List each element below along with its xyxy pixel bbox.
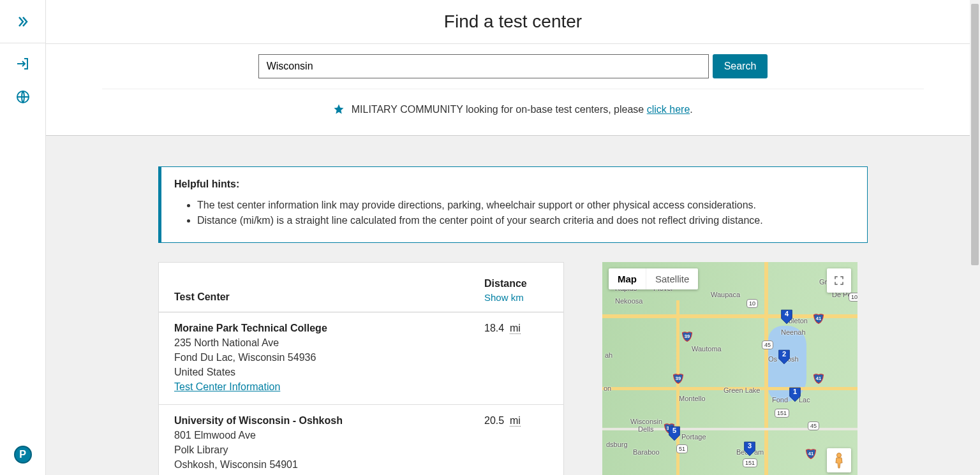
svg-text:41: 41 xyxy=(816,316,821,321)
map-place-label: Fond xyxy=(772,396,788,404)
map-place-label: ah xyxy=(605,351,612,359)
map-place-label: Waupaca xyxy=(711,291,740,298)
column-header-distance: Distance xyxy=(484,278,527,289)
page-title: Find a test center xyxy=(444,11,582,32)
result-distance: 20.5 mi xyxy=(484,415,548,472)
result-address-line: 801 Elmwood Ave xyxy=(174,428,484,442)
map-pin[interactable]: 1 xyxy=(789,386,801,403)
svg-text:39: 39 xyxy=(685,333,690,339)
interstate-shield: 41 xyxy=(805,448,817,460)
result-name: Moraine Park Technical College xyxy=(174,323,484,334)
map-pin[interactable]: 5 xyxy=(668,425,681,442)
svg-text:41: 41 xyxy=(816,376,821,381)
hint-item: The test center information link may pro… xyxy=(197,198,854,213)
result-name: University of Wisconsin - Oshkosh xyxy=(174,415,484,427)
expand-sidebar-icon[interactable] xyxy=(15,14,31,29)
route-shield: 151 xyxy=(743,458,757,467)
map-place-label: Neenah xyxy=(781,328,806,336)
route-shield: 151 xyxy=(775,409,789,418)
military-click-here-link[interactable]: click here xyxy=(647,104,690,115)
map-place-label: on xyxy=(604,384,611,392)
military-text-suffix: . xyxy=(690,104,692,115)
route-shield: 45 xyxy=(762,340,773,349)
result-address-line: Oshkosh, Wisconsin 54901 xyxy=(174,457,484,472)
svg-point-7 xyxy=(837,453,842,458)
results-list-panel: Test Center Distance Show km Moraine Par… xyxy=(158,262,564,475)
map-place-label: Os xyxy=(768,355,777,363)
interstate-shield: 41 xyxy=(813,313,824,325)
map-place-label: Nekoosa xyxy=(615,297,642,305)
show-km-toggle[interactable]: Show km xyxy=(484,292,548,303)
result-country: United States xyxy=(174,365,484,379)
map-road xyxy=(764,262,768,475)
hint-item: Distance (mi/km) is a straight line calc… xyxy=(197,213,854,228)
hints-title: Helpful hints: xyxy=(174,179,854,190)
result-row[interactable]: Moraine Park Technical College 235 North… xyxy=(159,312,563,405)
military-text: MILITARY COMMUNITY looking for on-base t… xyxy=(352,104,647,115)
test-center-info-link[interactable]: Test Center Information xyxy=(174,381,280,393)
route-shield: 51 xyxy=(676,444,688,453)
route-shield: 45 xyxy=(808,421,819,430)
map-pin[interactable]: 2 xyxy=(778,349,791,365)
star-icon xyxy=(333,106,347,117)
map-place-label: Dells xyxy=(638,425,653,433)
route-shield: 10 xyxy=(746,299,758,308)
map-place-label: Wisconsin xyxy=(630,418,662,425)
main-content: Find a test center Search MILITARY COMMU… xyxy=(46,0,980,475)
interstate-shield: 41 xyxy=(813,373,824,384)
pegman-icon[interactable] xyxy=(827,448,851,472)
map-place-label: Baraboo xyxy=(633,448,660,456)
brand-logo: P xyxy=(14,446,32,464)
scrollbar[interactable]: ▴ xyxy=(970,0,980,475)
map-place-label: Portage xyxy=(681,433,706,441)
search-button[interactable]: Search xyxy=(713,54,768,78)
map-place-label: dsburg xyxy=(606,441,628,448)
interstate-shield: 39 xyxy=(681,331,693,342)
helpful-hints-box: Helpful hints: The test center informati… xyxy=(158,166,868,243)
map-tab-satellite[interactable]: Satellite xyxy=(646,268,698,289)
svg-text:41: 41 xyxy=(808,451,813,457)
sign-in-icon[interactable] xyxy=(15,56,31,71)
result-address-line: Polk Library xyxy=(174,442,484,457)
column-header-test-center: Test Center xyxy=(174,291,484,303)
map-place-label: Wautoma xyxy=(692,345,722,353)
military-community-notice: MILITARY COMMUNITY looking for on-base t… xyxy=(46,89,980,135)
result-address-line: 235 North National Ave xyxy=(174,335,484,350)
map-place-label: Montello xyxy=(679,395,706,402)
result-address-line: Fond Du Lac, Wisconsin 54936 xyxy=(174,350,484,365)
map-pin[interactable]: 3 xyxy=(743,441,756,457)
map-pin[interactable]: 4 xyxy=(780,309,793,325)
fullscreen-icon[interactable] xyxy=(827,268,851,293)
interstate-shield: 39 xyxy=(672,373,684,384)
map-panel[interactable]: RapidsPloverNekoosaWaupacaGreDe Pereblet… xyxy=(602,262,858,475)
result-row[interactable]: University of Wisconsin - Oshkosh 801 El… xyxy=(159,405,563,475)
map-type-toggle: Map Satellite xyxy=(609,268,698,289)
result-distance: 18.4 mi xyxy=(484,323,548,393)
map-place-label: Green Lake xyxy=(724,386,760,394)
search-input[interactable] xyxy=(258,54,709,78)
language-globe-icon[interactable] xyxy=(15,89,31,105)
route-shield: 10 xyxy=(849,293,858,302)
scrollbar-thumb[interactable] xyxy=(971,4,979,265)
map-tab-map[interactable]: Map xyxy=(609,268,646,289)
sidebar: P xyxy=(0,0,46,475)
svg-text:39: 39 xyxy=(676,376,681,381)
